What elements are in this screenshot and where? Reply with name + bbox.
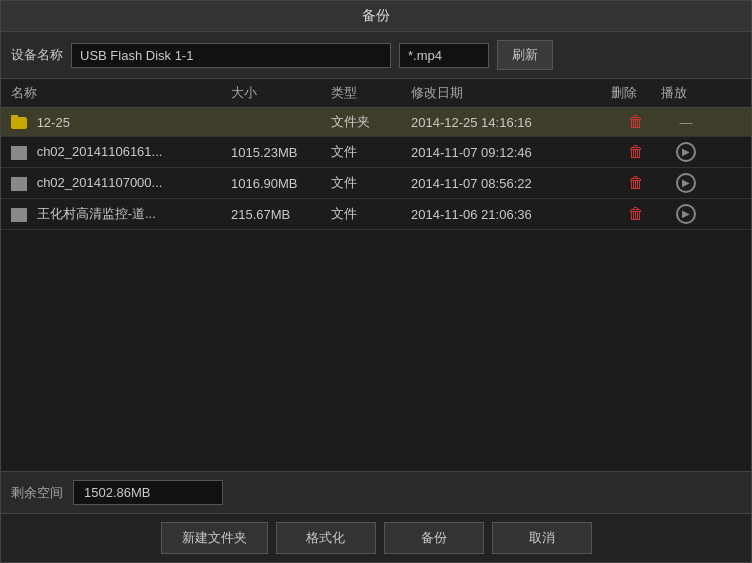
file-icon [11, 208, 27, 222]
cell-name: ch02_20141106161... [11, 144, 231, 160]
play-circle-icon: ▶ [676, 204, 696, 224]
col-type: 类型 [331, 84, 411, 102]
backup-window: 备份 设备名称 USB Flash Disk 1-1 *.mp4 刷新 名称 大… [0, 0, 752, 563]
cell-type: 文件 [331, 174, 411, 192]
space-value: 1502.86MB [73, 480, 223, 505]
new-folder-button[interactable]: 新建文件夹 [161, 522, 268, 554]
format-button[interactable]: 格式化 [276, 522, 376, 554]
cell-name: ch02_20141107000... [11, 175, 231, 191]
backup-button[interactable]: 备份 [384, 522, 484, 554]
delete-button[interactable]: 🗑 [611, 174, 661, 192]
play-dash: — [661, 115, 711, 130]
title-bar: 备份 [1, 1, 751, 32]
cell-name: 12-25 [11, 115, 231, 130]
folder-icon [11, 117, 27, 129]
space-bar: 剩余空间 1502.86MB [1, 471, 751, 513]
file-list: 12-25 文件夹 2014-12-25 14:16:16 🗑 — ch02_2… [1, 108, 751, 471]
cell-size: 1015.23MB [231, 145, 331, 160]
cancel-button[interactable]: 取消 [492, 522, 592, 554]
device-select[interactable]: USB Flash Disk 1-1 [71, 43, 391, 68]
space-label: 剩余空间 [11, 484, 63, 502]
play-circle-icon: ▶ [676, 142, 696, 162]
cell-name: 王化村高清监控-道... [11, 205, 231, 223]
play-circle-icon: ▶ [676, 173, 696, 193]
play-button[interactable]: ▶ [661, 142, 711, 162]
col-delete: 删除 [611, 84, 661, 102]
refresh-button[interactable]: 刷新 [497, 40, 553, 70]
filter-select[interactable]: *.mp4 [399, 43, 489, 68]
col-play: 播放 [661, 84, 711, 102]
delete-button[interactable]: 🗑 [611, 205, 661, 223]
cell-modified: 2014-11-06 21:06:36 [411, 207, 611, 222]
file-icon [11, 146, 27, 160]
file-icon [11, 177, 27, 191]
window-title: 备份 [362, 7, 390, 23]
toolbar: 设备名称 USB Flash Disk 1-1 *.mp4 刷新 [1, 32, 751, 79]
cell-modified: 2014-11-07 08:56:22 [411, 176, 611, 191]
col-size: 大小 [231, 84, 331, 102]
cell-modified: 2014-11-07 09:12:46 [411, 145, 611, 160]
cell-type: 文件 [331, 205, 411, 223]
table-row[interactable]: 12-25 文件夹 2014-12-25 14:16:16 🗑 — [1, 108, 751, 137]
play-button[interactable]: ▶ [661, 204, 711, 224]
play-button[interactable]: ▶ [661, 173, 711, 193]
table-header: 名称 大小 类型 修改日期 删除 播放 [1, 79, 751, 108]
col-name: 名称 [11, 84, 231, 102]
cell-type: 文件 [331, 143, 411, 161]
device-label: 设备名称 [11, 46, 63, 64]
col-modified: 修改日期 [411, 84, 611, 102]
delete-button[interactable]: 🗑 [611, 113, 661, 131]
footer-bar: 新建文件夹 格式化 备份 取消 [1, 513, 751, 562]
table-row[interactable]: ch02_20141106161... 1015.23MB 文件 2014-11… [1, 137, 751, 168]
cell-modified: 2014-12-25 14:16:16 [411, 115, 611, 130]
cell-size: 1016.90MB [231, 176, 331, 191]
table-row[interactable]: ch02_20141107000... 1016.90MB 文件 2014-11… [1, 168, 751, 199]
delete-button[interactable]: 🗑 [611, 143, 661, 161]
table-row[interactable]: 王化村高清监控-道... 215.67MB 文件 2014-11-06 21:0… [1, 199, 751, 230]
cell-type: 文件夹 [331, 113, 411, 131]
cell-size: 215.67MB [231, 207, 331, 222]
